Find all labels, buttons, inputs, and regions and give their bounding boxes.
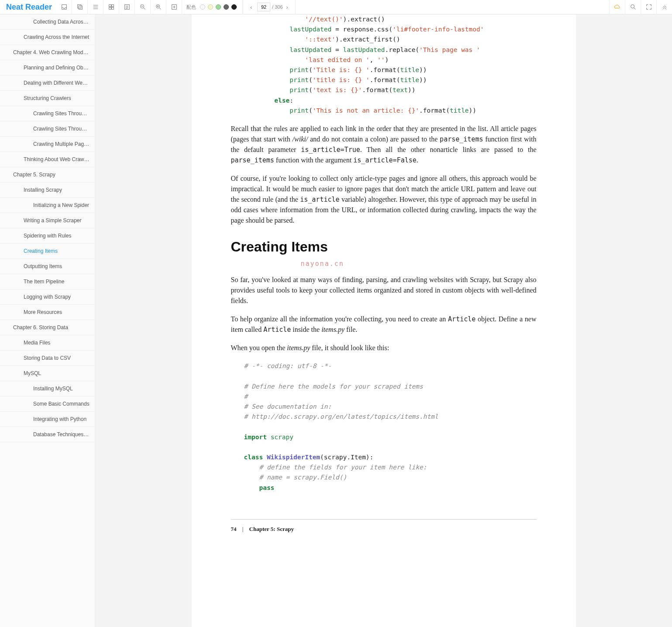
color-gray[interactable]: [224, 4, 229, 10]
svg-line-24: [634, 8, 635, 9]
expand-icon: [645, 3, 652, 10]
page-footer: 74 | Chapter 5: Scrapy: [231, 519, 537, 534]
toc-sidebar[interactable]: Collecting Data Across …Crawling Across …: [0, 14, 95, 627]
toc-item[interactable]: Logging with Scrapy: [0, 289, 95, 305]
toc-item[interactable]: Planning and Defining Objects: [0, 60, 95, 76]
color-yellow[interactable]: [208, 4, 213, 10]
svg-rect-1: [77, 5, 81, 8]
search-button[interactable]: [625, 0, 641, 14]
add-button[interactable]: [166, 0, 182, 14]
chevrons-up-icon: [661, 3, 668, 10]
paragraph: Of course, if you're looking to collect …: [231, 173, 537, 226]
code-block-items: # -*- coding: utf-8 -*- # Define here th…: [244, 361, 537, 493]
next-page-button[interactable]: ›: [283, 4, 292, 10]
toc-item[interactable]: Chapter 4. Web Crawling Models: [0, 45, 95, 60]
footer-chapter: Chapter 5: Scrapy: [249, 526, 294, 532]
toc-button[interactable]: [88, 0, 103, 14]
grid-icon: [108, 3, 115, 10]
svg-line-14: [144, 8, 145, 9]
toc-item[interactable]: Media Files: [0, 335, 95, 351]
color-white[interactable]: [200, 4, 205, 10]
zoom-out-button[interactable]: [135, 0, 151, 14]
toc-item[interactable]: Chapter 6. Storing Data: [0, 320, 95, 335]
toc-item[interactable]: Installing Scrapy: [0, 183, 95, 198]
toc-item[interactable]: Writing a Simple Scraper: [0, 213, 95, 228]
grid-button[interactable]: [103, 0, 119, 14]
paragraph: When you open the items.py file, it shou…: [231, 343, 537, 353]
color-black[interactable]: [231, 4, 237, 10]
toc-item[interactable]: Dealing with Different Websi…: [0, 76, 95, 91]
library-button[interactable]: [56, 0, 72, 14]
toc-item[interactable]: Installing MySQL: [0, 381, 95, 396]
app-brand: Neat Reader: [0, 3, 56, 12]
footer-page-number: 74: [231, 526, 237, 532]
toc-item[interactable]: Spidering with Rules: [0, 228, 95, 244]
collapse-button[interactable]: [656, 0, 672, 14]
zoom-in-button[interactable]: [151, 0, 166, 14]
inbox-icon: [61, 3, 68, 10]
zoom-out-icon: [139, 3, 146, 10]
toc-item[interactable]: Crawling Multiple Page …: [0, 137, 95, 152]
page-navigation: ‹ / 306 ›: [243, 0, 295, 14]
toc-item[interactable]: More Resources: [0, 305, 95, 320]
copy-icon: [76, 3, 83, 10]
notes-button[interactable]: [119, 0, 135, 14]
toc-item[interactable]: Storing Data to CSV: [0, 351, 95, 366]
toc-item[interactable]: Crawling Sites Through…: [0, 121, 95, 137]
prev-page-button[interactable]: ‹: [247, 4, 255, 10]
toc-item[interactable]: Integrating with Python: [0, 412, 95, 427]
color-scheme-group: 配色: [182, 0, 243, 14]
watermark-text: nayona.cn: [301, 259, 537, 269]
search-icon: [630, 3, 637, 10]
cloud-button[interactable]: [609, 0, 625, 14]
add-box-icon: [171, 3, 178, 10]
svg-rect-5: [109, 5, 111, 7]
page-input[interactable]: [257, 3, 270, 11]
toc-item[interactable]: Chapter 5. Scrapy: [0, 167, 95, 183]
paragraph: So far, you've looked at many ways of fi…: [231, 275, 537, 306]
svg-point-23: [631, 5, 634, 8]
toc-item[interactable]: Initializing a New Spider: [0, 198, 95, 213]
footer-separator: |: [242, 526, 244, 532]
toc-item[interactable]: Thinking About Web Crawler…: [0, 152, 95, 167]
color-label: 配色: [182, 4, 199, 10]
copy-button[interactable]: [72, 0, 88, 14]
page-total: / 306: [272, 4, 283, 10]
toc-item[interactable]: Outputting Items: [0, 259, 95, 274]
code-block-top: '//text()').extract() lastUpdated = resp…: [244, 14, 537, 116]
toolbar: Neat Reader 配色 ‹ / 306 ›: [0, 0, 672, 14]
book-page: '//text()').extract() lastUpdated = resp…: [192, 14, 576, 627]
fullscreen-button[interactable]: [641, 0, 656, 14]
list-icon: [124, 3, 131, 10]
svg-rect-8: [111, 7, 114, 10]
color-green[interactable]: [216, 4, 221, 10]
toc-item[interactable]: Crawling Sites Through…: [0, 106, 95, 121]
svg-rect-6: [111, 5, 114, 7]
section-heading: Creating Items: [231, 236, 537, 257]
paragraph: Recall that the rules are applied to eac…: [231, 124, 537, 165]
toc-item[interactable]: Some Basic Commands: [0, 396, 95, 412]
svg-rect-7: [109, 7, 111, 10]
svg-line-17: [159, 8, 161, 9]
toc-item[interactable]: MySQL: [0, 366, 95, 381]
toc-item[interactable]: Structuring Crawlers: [0, 91, 95, 106]
toc-item[interactable]: Database Techniques a…: [0, 427, 95, 442]
cloud-icon: [614, 3, 621, 10]
paragraph: To help organize all the information you…: [231, 314, 537, 335]
svg-rect-0: [79, 6, 82, 9]
menu-icon: [92, 3, 99, 10]
toc-item[interactable]: The Item Pipeline: [0, 274, 95, 289]
toc-item[interactable]: Collecting Data Across …: [0, 14, 95, 30]
zoom-in-icon: [155, 3, 162, 10]
content-area[interactable]: '//text()').extract() lastUpdated = resp…: [95, 14, 672, 627]
toc-item[interactable]: Creating Items: [0, 244, 95, 259]
toc-item[interactable]: Crawling Across the Internet: [0, 30, 95, 45]
